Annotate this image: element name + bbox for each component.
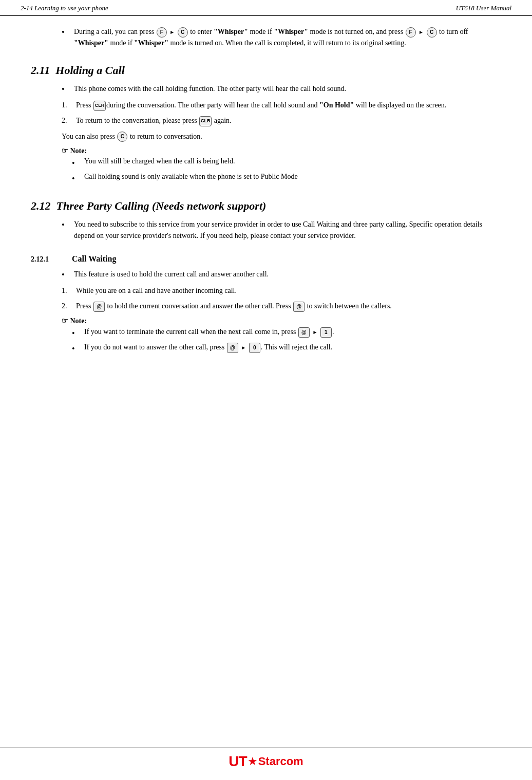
note-bullet-list: • If you want to terminate the current c… — [62, 327, 501, 355]
list-item: • Call holding sound is only available w… — [62, 173, 501, 185]
key-at: @ — [93, 302, 105, 312]
bullet-dot: • — [72, 173, 81, 185]
note-bullet-list: • You will still be charged when the cal… — [62, 157, 501, 185]
list-item: 2. Press @ to hold the current conversat… — [31, 301, 501, 312]
section-211-bullets: • This phone comes with the call holding… — [31, 83, 501, 96]
key-1: 1 — [320, 327, 332, 338]
note-text: Call holding sound is only available whe… — [84, 173, 298, 181]
item-number: 1. — [62, 285, 73, 296]
list-item: • If you want to terminate the current c… — [62, 327, 501, 340]
bullet-dot: • — [62, 269, 71, 281]
numbered-text: While you are on a call and have another… — [76, 285, 501, 296]
bullet-text: This feature is used to hold the current… — [74, 269, 501, 280]
list-item: • This phone comes with the call holding… — [31, 83, 501, 96]
list-item: • This feature is used to hold the curre… — [31, 269, 501, 281]
section-1221-row: 2.12.1 Call Waiting — [31, 254, 501, 264]
section-1221-numbered: 1. While you are on a call and have anot… — [31, 285, 501, 312]
header-left: 2-14 Learning to use your phone — [21, 4, 108, 12]
key-clr: CLR — [93, 101, 106, 111]
bullet-dot: • — [62, 26, 71, 39]
numbered-text: Press CLRduring the conversation. The ot… — [76, 100, 501, 111]
section-212-bullets: • You need to subscribe to this service … — [31, 219, 501, 242]
note-text: If you want to terminate the current cal… — [84, 327, 334, 338]
section-1221-bullets: • This feature is used to hold the curre… — [31, 269, 501, 281]
key-clr2: CLR — [199, 116, 212, 126]
list-item: • During a call, you can press F ► C to … — [31, 26, 501, 49]
item-number: 2. — [62, 301, 73, 312]
list-item: • If you do not want to answer the other… — [62, 343, 501, 355]
key-c: C — [178, 27, 188, 38]
note-label: ☞ Note: — [62, 317, 501, 325]
item-number: 2. — [62, 115, 73, 126]
bullet-dot: • — [62, 83, 71, 96]
bullet-dot: • — [72, 157, 81, 170]
bullet-text: You need to subscribe to this service fr… — [74, 219, 501, 242]
header-right: UT618 User Manual — [456, 4, 511, 12]
numbered-text: Press @ to hold the current conversation… — [76, 301, 501, 312]
section-211-heading: 2.11 Holding a Call — [31, 64, 501, 77]
list-item: • You will still be charged when the cal… — [62, 157, 501, 170]
page-footer: UT ★ Starcom — [0, 748, 532, 770]
logo-ut-text: UT — [229, 753, 246, 770]
bullet-text: During a call, you can press F ► C to en… — [74, 26, 501, 49]
key-at2: @ — [293, 302, 305, 312]
note-text: You will still be charged when the call … — [84, 157, 235, 165]
bullet-text: This phone comes with the call holding f… — [74, 83, 501, 95]
note-1221: ☞ Note: • If you want to terminate the c… — [31, 317, 501, 355]
logo-star-icon: ★ — [248, 755, 258, 768]
item-number: 1. — [62, 100, 73, 111]
intro-bullet-list: • During a call, you can press F ► C to … — [31, 26, 501, 49]
arrow-icon3: ► — [312, 329, 317, 335]
bullet-dot: • — [72, 343, 81, 355]
key-0: 0 — [249, 343, 260, 353]
note-211: ☞ Note: • You will still be charged when… — [31, 146, 501, 185]
list-item: 2. To return to the conversation, please… — [31, 115, 501, 126]
list-item: 1. Press CLRduring the conversation. The… — [31, 100, 501, 111]
key-at4: @ — [227, 343, 238, 353]
page-header: 2-14 Learning to use your phone UT618 Us… — [0, 0, 532, 16]
section-212-heading: 2.12 Three Party Calling (Needs network … — [31, 199, 501, 213]
page: 2-14 Learning to use your phone UT618 Us… — [0, 0, 532, 780]
numbered-text: To return to the conversation, please pr… — [76, 115, 501, 126]
key-at3: @ — [298, 327, 310, 338]
arrow-icon4: ► — [241, 345, 246, 350]
list-item: • You need to subscribe to this service … — [31, 219, 501, 242]
note-text: If you do not want to answer the other c… — [84, 343, 332, 353]
subsection-number: 2.12.1 — [31, 255, 72, 264]
bullet-dot: • — [72, 327, 81, 340]
key-f: F — [157, 27, 167, 38]
key-c2: C — [427, 27, 437, 38]
para-also-press: You can also press C to return to conver… — [31, 131, 501, 142]
logo-starcom-text: Starcom — [258, 755, 303, 768]
main-content: • During a call, you can press F ► C to … — [0, 16, 532, 380]
section-211-numbered: 1. Press CLRduring the conversation. The… — [31, 100, 501, 127]
arrow-icon: ► — [169, 29, 175, 35]
list-item: 1. While you are on a call and have anot… — [31, 285, 501, 296]
key-c-para: C — [117, 132, 127, 142]
note-label: ☞ Note: — [62, 146, 501, 155]
subsection-title: Call Waiting — [72, 254, 116, 264]
bullet-dot: • — [62, 219, 71, 231]
footer-logo: UT ★ Starcom — [229, 753, 303, 770]
key-f2: F — [406, 27, 416, 38]
arrow-icon2: ► — [419, 29, 424, 35]
